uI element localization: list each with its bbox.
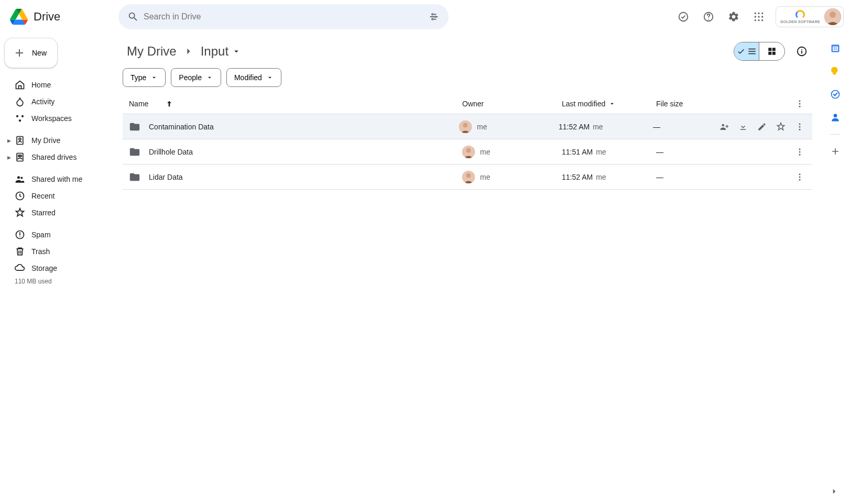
column-options-button[interactable] <box>791 95 808 112</box>
svg-point-21 <box>19 138 21 140</box>
sidebar-item-my-drive[interactable]: ▸ My Drive <box>4 132 114 149</box>
new-button[interactable]: New <box>4 38 58 68</box>
column-modified[interactable]: Last modified <box>562 100 656 108</box>
sort-ascending-icon[interactable] <box>165 100 173 108</box>
svg-point-52 <box>799 173 801 175</box>
svg-point-36 <box>799 100 801 102</box>
app-title: Drive <box>34 10 60 24</box>
sidebar-item-workspaces[interactable]: Workspaces <box>4 110 114 127</box>
breadcrumb-current[interactable]: Input <box>197 42 245 61</box>
column-name[interactable]: Name <box>129 100 462 108</box>
search-options-icon[interactable] <box>423 6 444 27</box>
svg-point-16 <box>830 12 836 18</box>
svg-point-42 <box>799 123 801 125</box>
search-bar[interactable] <box>118 4 449 29</box>
more-actions-icon[interactable] <box>791 144 808 160</box>
owner-label: me <box>477 123 487 131</box>
svg-text:31: 31 <box>833 47 837 50</box>
expand-icon[interactable]: ▸ <box>5 153 13 161</box>
list-view-button[interactable] <box>734 42 759 60</box>
breadcrumb-root[interactable]: My Drive <box>123 42 181 61</box>
modified-time: 11:51 AM <box>562 148 593 156</box>
apps-icon[interactable] <box>748 6 769 27</box>
download-icon[interactable] <box>735 118 751 135</box>
sidebar-item-activity[interactable]: Activity <box>4 93 114 110</box>
owner-label: me <box>480 173 490 181</box>
drive-logo-icon <box>8 6 29 27</box>
sidebar-item-recent[interactable]: Recent <box>4 188 114 204</box>
modified-time: 11:52 AM <box>562 173 593 181</box>
svg-rect-31 <box>772 48 776 51</box>
account-chip[interactable]: GOLDEN SOFTWARE <box>776 6 844 27</box>
more-actions-icon[interactable] <box>791 169 808 185</box>
sidebar-item-trash[interactable]: Trash <box>4 243 114 260</box>
expand-icon[interactable]: ▸ <box>5 136 13 145</box>
svg-point-10 <box>758 16 759 17</box>
user-avatar[interactable] <box>824 8 841 25</box>
column-owner[interactable]: Owner <box>462 100 562 108</box>
svg-point-2 <box>432 18 433 20</box>
search-icon[interactable] <box>123 6 144 27</box>
svg-point-38 <box>799 105 801 107</box>
company-logo: GOLDEN SOFTWARE <box>780 10 820 24</box>
dropdown-icon <box>232 47 241 56</box>
table-row[interactable]: Contamination Data me 11:52 AM me — <box>123 114 812 139</box>
get-addons-icon[interactable] <box>825 141 846 162</box>
svg-point-46 <box>466 148 471 152</box>
svg-point-37 <box>799 103 801 104</box>
settings-icon[interactable] <box>723 6 744 27</box>
collapse-side-panel-icon[interactable] <box>826 483 843 500</box>
storage-used-text: 110 MB used <box>4 278 114 285</box>
svg-point-43 <box>799 126 801 127</box>
sidebar-item-shared-with-me[interactable]: Shared with me <box>4 171 114 188</box>
more-actions-icon[interactable] <box>791 118 808 135</box>
details-icon[interactable] <box>791 41 812 62</box>
svg-point-40 <box>463 123 468 127</box>
svg-point-53 <box>799 176 801 178</box>
table-header: Name Owner Last modified File size <box>123 93 812 114</box>
share-icon[interactable] <box>716 118 733 135</box>
star-icon[interactable] <box>772 118 789 135</box>
keep-app-icon[interactable] <box>825 61 846 82</box>
file-size: — <box>656 173 719 181</box>
svg-point-44 <box>799 128 801 130</box>
rename-icon[interactable] <box>754 118 770 135</box>
folder-icon <box>129 146 140 158</box>
table-row[interactable]: Drillhole Data me 11:51 AM me — <box>123 139 812 165</box>
svg-point-54 <box>799 179 801 180</box>
logo-section[interactable]: Drive <box>4 6 114 27</box>
svg-point-49 <box>799 154 801 155</box>
offline-status-icon[interactable] <box>673 6 694 27</box>
sidebar-item-spam[interactable]: Spam <box>4 226 114 243</box>
sidebar-item-storage[interactable]: Storage <box>4 260 114 277</box>
tasks-app-icon[interactable] <box>825 84 846 105</box>
filter-modified[interactable]: Modified <box>226 68 281 87</box>
sidebar-item-starred[interactable]: Starred <box>4 204 114 221</box>
contacts-app-icon[interactable] <box>825 107 846 128</box>
view-toggle <box>734 42 785 61</box>
sidebar: New Home Activity Workspaces ▸ My Drive <box>0 34 114 504</box>
modified-by: me <box>596 148 606 156</box>
column-size[interactable]: File size <box>656 100 719 108</box>
calendar-app-icon[interactable]: 31 <box>825 38 846 59</box>
new-button-label: New <box>32 49 47 57</box>
sidebar-item-home[interactable]: Home <box>4 76 114 93</box>
owner-label: me <box>480 148 490 156</box>
filter-type[interactable]: Type <box>123 68 166 87</box>
chevron-right-icon <box>183 46 194 57</box>
app-header: Drive GOLDEN SOFTWARE <box>0 0 850 34</box>
svg-point-1 <box>434 16 436 18</box>
svg-point-48 <box>799 151 801 152</box>
search-input[interactable] <box>144 12 423 21</box>
svg-point-3 <box>679 13 688 21</box>
grid-view-button[interactable] <box>759 42 784 60</box>
svg-point-19 <box>19 119 21 122</box>
folder-icon <box>129 121 140 133</box>
svg-point-5 <box>708 19 709 20</box>
help-icon[interactable] <box>698 6 719 27</box>
sidebar-item-shared-drives[interactable]: ▸ Shared drives <box>4 149 114 166</box>
filter-people[interactable]: People <box>171 68 221 87</box>
svg-rect-33 <box>772 52 776 55</box>
svg-point-18 <box>21 115 24 117</box>
table-row[interactable]: Lidar Data me 11:52 AM me — <box>123 165 812 190</box>
